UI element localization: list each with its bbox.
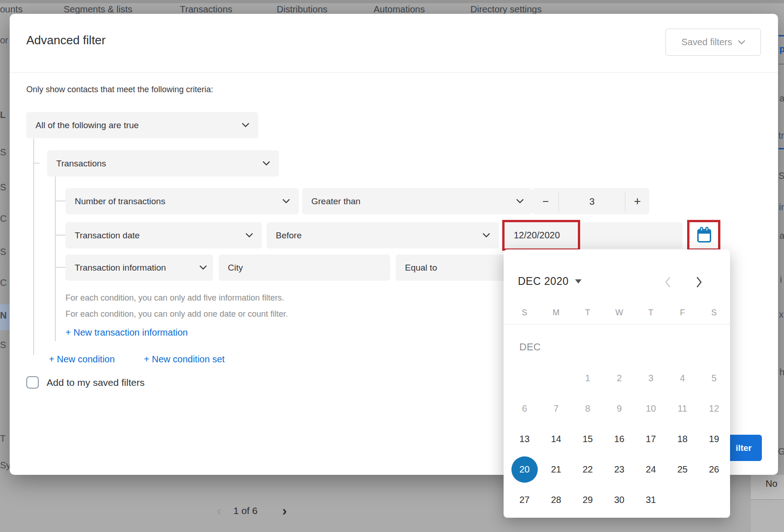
chevron-down-icon [738, 40, 745, 45]
stepper-decrement-button[interactable]: − [533, 188, 558, 214]
info-field-select[interactable]: Transaction information [65, 254, 213, 281]
calendar-day: 8 [572, 393, 604, 424]
bg-table-corner [751, 499, 784, 532]
calendar-day[interactable]: 29 [572, 485, 604, 515]
previous-month-button[interactable] [664, 276, 671, 289]
calendar-day[interactable]: 16 [604, 424, 636, 454]
pagination-label: 1 of 6 [233, 505, 258, 516]
chevron-down-icon [246, 233, 253, 237]
calendar-day[interactable]: 19 [698, 424, 730, 454]
calendar-day: 7 [540, 393, 572, 424]
bg-fragment: S [0, 182, 6, 193]
calendar-day[interactable]: 22 [572, 454, 604, 485]
add-to-saved-filters-checkbox[interactable] [26, 376, 39, 389]
tree-line [55, 201, 65, 201]
info-subfield-select[interactable]: City [219, 254, 390, 281]
calendar-day[interactable]: 23 [604, 454, 636, 485]
bg-fragment: h [779, 367, 784, 378]
chevron-down-icon [263, 161, 270, 166]
chevron-down-icon [200, 266, 207, 270]
calendar-week-row: 6789101112 [509, 393, 730, 424]
calendar-day: 2 [604, 363, 636, 393]
month-year-dropdown[interactable]: DEC 2020 [518, 275, 582, 288]
stepper-value-input[interactable]: 3 [559, 188, 625, 214]
month-year-label: DEC 2020 [518, 275, 569, 288]
nav-tab-segments-lists: Segments & lists [64, 4, 132, 15]
calendar-day: 1 [572, 363, 604, 393]
weekday-row: S M T W T F S [509, 308, 730, 318]
tree-line [55, 267, 65, 268]
calendar-day[interactable]: 31 [635, 485, 667, 515]
calendar-day: 10 [635, 393, 667, 424]
calendar-divider [504, 324, 730, 325]
calendar-day[interactable]: 30 [604, 485, 636, 515]
count-operator-select[interactable]: Greater than [302, 188, 533, 214]
bg-fragment: i [780, 274, 782, 285]
bg-fragment: Su [778, 171, 784, 181]
calendar-day: 6 [509, 393, 540, 424]
calendar-day[interactable]: 13 [509, 424, 540, 454]
bg-fragment: S [0, 147, 6, 158]
condition-set-select[interactable]: All of the following are true [26, 112, 258, 138]
info-operator-value: Equal to [405, 263, 437, 273]
count-field-select[interactable]: Number of transactions [65, 188, 299, 214]
condition-type-select[interactable]: Transactions [47, 150, 279, 177]
calendar-week-row: 20212223242526 [509, 454, 730, 485]
calendar-day[interactable]: 27 [509, 485, 540, 515]
saved-filters-button[interactable]: Saved filters [665, 29, 761, 56]
next-month-button[interactable] [695, 276, 703, 289]
bg-fragment: L [0, 110, 6, 120]
count-field-value: Number of transactions [75, 196, 165, 207]
calendar-day[interactable]: 26 [698, 454, 730, 485]
calendar-empty-cell [698, 485, 730, 515]
calendar-day: 12 [698, 393, 730, 424]
calendar-day: 11 [667, 393, 699, 424]
bg-divider [778, 64, 784, 65]
chevron-down-icon [283, 199, 290, 203]
tree-line [55, 235, 65, 236]
calendar-day[interactable]: 15 [572, 424, 604, 454]
calendar-day: 3 [635, 363, 667, 393]
pagination-prev-icon: ‹ [217, 506, 221, 515]
calendar-day[interactable]: 24 [635, 454, 667, 485]
calendar-day[interactable]: 18 [667, 424, 699, 454]
bg-fragment: N [0, 310, 6, 321]
bg-fragment: tr [778, 130, 784, 141]
calendar-day: 9 [604, 393, 636, 424]
calendar-day[interactable]: 14 [540, 424, 572, 454]
calendar-day[interactable]: 20 [509, 454, 540, 485]
new-condition-link[interactable]: + New condition [49, 354, 115, 365]
date-field-select[interactable]: Transaction date [65, 222, 262, 248]
stepper-increment-button[interactable]: + [625, 188, 649, 214]
date-operator-value: Before [276, 231, 302, 241]
calendar-day[interactable]: 25 [667, 454, 699, 485]
bg-tab-underline [778, 35, 784, 36]
calendar-week-row: 2728293031 [509, 485, 730, 515]
new-condition-set-link[interactable]: + New condition set [144, 354, 225, 365]
info-subfield-value: City [228, 263, 243, 273]
bg-fragment: T [0, 433, 6, 444]
condition-type-value: Transactions [56, 159, 106, 169]
tree-line [33, 138, 34, 355]
calendar-empty-cell [509, 363, 540, 393]
bg-fragment: C [0, 213, 6, 224]
calendar-week-row: 12345 [509, 363, 730, 393]
calendar-day[interactable]: 28 [540, 485, 572, 515]
annotation-box-calendar-icon [687, 220, 720, 251]
count-stepper: − 3 + [533, 188, 649, 214]
nav-tab-directory-settings: Directory settings [470, 4, 542, 15]
criteria-label: Only show contacts that meet the followi… [26, 85, 213, 95]
apply-filter-button-label: ilter [736, 443, 752, 453]
new-transaction-information-link[interactable]: + New transaction information [65, 327, 188, 338]
weekday-label: M [540, 308, 572, 318]
date-operator-select[interactable]: Before [267, 222, 499, 248]
calendar-day: 5 [698, 363, 730, 393]
chevron-down-icon [242, 123, 249, 127]
calendar-day[interactable]: 21 [540, 454, 572, 485]
note-information-filters: For each condition, you can only add fiv… [65, 293, 284, 303]
calendar-empty-cell [540, 363, 572, 393]
weekday-label: T [635, 308, 667, 318]
calendar-day[interactable]: 17 [635, 424, 667, 454]
screen: ounts Segments & lists Transactions Dist… [0, 0, 784, 532]
nav-tab-distributions: Distributions [277, 4, 327, 15]
